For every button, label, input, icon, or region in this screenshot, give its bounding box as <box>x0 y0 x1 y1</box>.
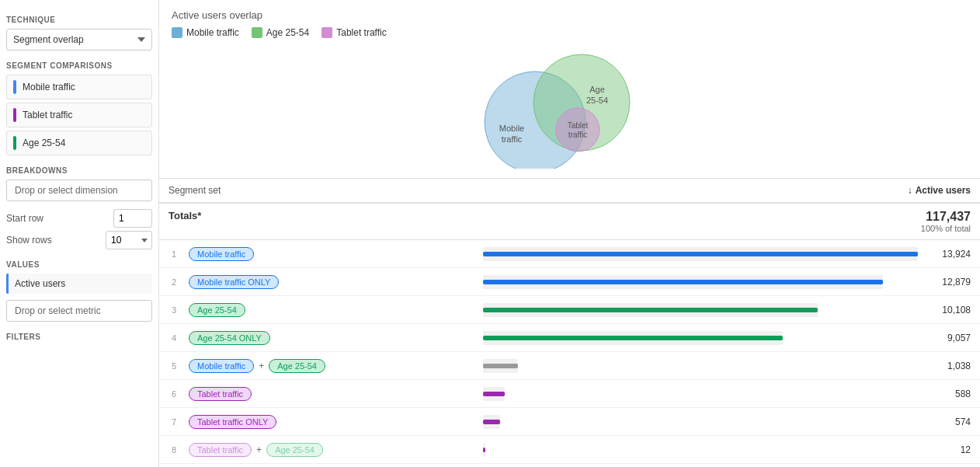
row-number: 4 <box>159 329 182 347</box>
svg-text:Mobile: Mobile <box>499 124 523 133</box>
venn-title: Active users overlap <box>172 9 968 21</box>
col-metric-header: ↓ Active users <box>825 179 980 202</box>
segment-list: Mobile traffic Tablet traffic Age 25-54 <box>6 75 152 155</box>
legend-label: Tablet traffic <box>336 27 386 38</box>
svg-text:Tablet: Tablet <box>567 121 588 130</box>
segment-item-age[interactable]: Age 25-54 <box>6 131 152 155</box>
row-segment-cell: Tablet traffic <box>182 384 483 404</box>
segment-comparisons-label: SEGMENT COMPARISONS <box>6 61 152 70</box>
segment-label: Mobile traffic <box>23 82 75 92</box>
segment-item-mobile[interactable]: Mobile traffic <box>6 75 152 99</box>
bar-fill <box>483 252 918 256</box>
segment-tag: Age 25-54 <box>266 443 323 457</box>
table-row: 2Mobile traffic ONLY12,879 <box>159 268 980 296</box>
venn-diagram: Mobile traffic Age 25-54 Tablet traffic <box>172 44 968 169</box>
bar-cell <box>483 411 918 433</box>
sort-arrow: ↓ <box>908 185 912 196</box>
bar-cell <box>483 355 918 377</box>
legend-item: Age 25-54 <box>252 27 309 38</box>
active-users-item: Active users <box>6 274 152 294</box>
segment-tag: Tablet traffic ONLY <box>189 415 276 429</box>
row-value: 588 <box>918 384 980 404</box>
segment-tag: Mobile traffic <box>189 359 254 373</box>
data-rows: 1Mobile traffic13,9242Mobile traffic ONL… <box>159 240 980 464</box>
bar-fill <box>483 308 818 312</box>
bar-fill <box>483 280 883 284</box>
row-number: 8 <box>159 441 182 459</box>
totals-row: Totals* 117,437 100% of total <box>159 204 980 240</box>
bar-fill <box>483 448 485 452</box>
row-number: 5 <box>159 357 182 375</box>
segment-tag: Tablet traffic <box>189 387 252 401</box>
metric-label: Active users <box>916 185 971 196</box>
bar-cell <box>483 299 918 321</box>
row-segment-cell: Mobile traffic+Age 25-54 <box>182 356 483 376</box>
plus-sign: + <box>256 444 262 455</box>
totals-values: 117,437 100% of total <box>815 210 971 233</box>
table-header: Segment set ↓ Active users <box>159 179 980 204</box>
bar-fill <box>483 364 518 368</box>
segment-tag: Mobile traffic <box>189 247 254 261</box>
row-value: 574 <box>918 412 980 432</box>
bar-fill <box>483 392 505 396</box>
filters-label: FILTERS <box>6 333 152 341</box>
svg-point-2 <box>556 108 599 152</box>
row-value: 1,038 <box>918 356 980 376</box>
table-row: 7Tablet traffic ONLY574 <box>159 408 980 436</box>
start-row-input[interactable] <box>113 209 152 228</box>
row-number: 3 <box>159 301 182 319</box>
row-value: 9,057 <box>918 328 980 348</box>
bar-fill <box>483 420 500 424</box>
venn-area: Active users overlap Mobile traffic Age … <box>159 0 980 179</box>
technique-select[interactable]: Segment overlap <box>6 29 152 51</box>
segment-color-bar <box>13 108 16 122</box>
row-number: 7 <box>159 413 182 431</box>
bar-fill <box>483 336 783 340</box>
row-number: 6 <box>159 385 182 403</box>
table-row: 6Tablet traffic588 <box>159 380 980 408</box>
breakdowns-dropdown[interactable]: Drop or select dimension <box>6 179 152 201</box>
row-number: 1 <box>159 245 182 263</box>
segment-tag: Age 25-54 ONLY <box>189 331 270 345</box>
segment-item-tablet[interactable]: Tablet traffic <box>6 103 152 127</box>
right-panel: Active users overlap Mobile traffic Age … <box>159 0 980 467</box>
metric-dropdown[interactable]: Drop or select metric <box>6 300 152 322</box>
svg-text:traffic: traffic <box>501 134 522 144</box>
bar-cell <box>483 439 918 461</box>
table-row: 4Age 25-54 ONLY9,057 <box>159 324 980 352</box>
segment-label: Age 25-54 <box>23 138 65 148</box>
segment-tag: Age 25-54 <box>269 359 325 373</box>
start-row-label: Start row <box>6 213 107 224</box>
svg-text:25-54: 25-54 <box>586 96 607 105</box>
row-value: 12 <box>918 440 980 460</box>
active-users-label: Active users <box>15 278 65 289</box>
row-value: 13,924 <box>918 244 980 264</box>
show-rows-label: Show rows <box>6 235 99 246</box>
technique-label: TECHNIQUE <box>6 16 152 24</box>
row-number: 2 <box>159 273 182 291</box>
row-value: 12,879 <box>918 272 980 292</box>
segment-tag: Mobile traffic ONLY <box>189 275 279 289</box>
bar-cell <box>483 327 918 349</box>
plus-sign: + <box>259 361 264 371</box>
table-row: 8Tablet traffic+Age 25-5412 <box>159 436 980 464</box>
totals-main-value: 117,437 <box>815 210 971 224</box>
svg-text:traffic: traffic <box>568 131 586 139</box>
legend-swatch <box>172 27 182 38</box>
bar-cell <box>483 243 918 265</box>
row-value: 10,108 <box>918 300 980 320</box>
segment-tag: Tablet traffic <box>189 443 252 457</box>
row-segment-cell: Mobile traffic <box>182 244 483 264</box>
segment-color-bar <box>13 136 16 150</box>
table-area: Segment set ↓ Active users Totals* 117,4… <box>159 179 980 467</box>
bar-cell <box>483 271 918 293</box>
table-row: 1Mobile traffic13,924 <box>159 240 980 268</box>
legend-label: Age 25-54 <box>266 27 309 38</box>
breakdowns-label: BREAKDOWNS <box>6 166 152 175</box>
row-segment-cell: Tablet traffic ONLY <box>182 412 483 432</box>
row-segment-cell: Age 25-54 ONLY <box>182 328 483 348</box>
legend-swatch <box>321 27 332 38</box>
segment-color-bar <box>13 80 16 94</box>
totals-pct: 100% of total <box>815 224 971 233</box>
show-rows-select[interactable]: 10 25 50 <box>106 231 152 249</box>
